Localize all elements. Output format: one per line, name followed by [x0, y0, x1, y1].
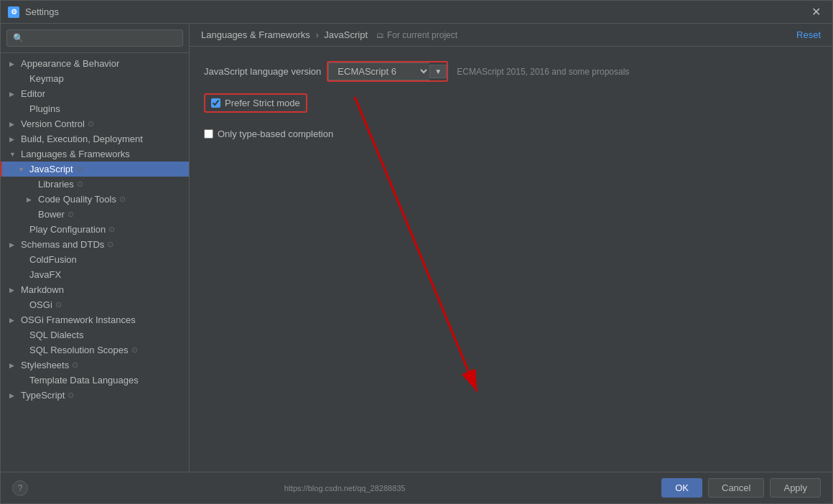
prefer-strict-mode-label: Prefer Strict mode: [225, 98, 300, 108]
sidebar-item-version-control[interactable]: ▶ Version Control ⊙: [1, 116, 189, 131]
arrow-icon: ▶: [9, 241, 18, 248]
sidebar-item-label: SQL Dialects: [29, 330, 83, 340]
only-type-based-label: Only type-based completion: [218, 129, 333, 139]
sidebar-item-code-quality[interactable]: ▶ Code Quality Tools ⊙: [1, 192, 189, 207]
arrow-icon: ▶: [9, 90, 18, 98]
sidebar: ▶ Appearance & Behavior Keymap ▶ Editor …: [1, 24, 190, 472]
gear-icon: ⊙: [119, 195, 126, 204]
sidebar-item-bower[interactable]: Bower ⊙: [1, 207, 189, 222]
sidebar-item-label: Plugins: [29, 103, 60, 114]
sidebar-item-play-configuration[interactable]: Play Configuration ⊙: [1, 222, 189, 237]
window-title: Settings: [25, 6, 807, 17]
main-content: ▶ Appearance & Behavior Keymap ▶ Editor …: [1, 24, 832, 472]
nav-tree: ▶ Appearance & Behavior Keymap ▶ Editor …: [1, 53, 189, 472]
sidebar-item-label: Markdown: [21, 284, 64, 295]
arrow-icon: ▶: [9, 121, 18, 128]
only-type-based-label-wrap[interactable]: Only type-based completion: [204, 129, 818, 139]
sidebar-item-label: OSGi: [29, 299, 52, 310]
panel-header: Languages & Frameworks › JavaScript 🗂 Fo…: [190, 24, 832, 47]
sidebar-item-label: Schemas and DTDs: [21, 239, 104, 250]
prefer-strict-mode-row: Prefer Strict mode: [204, 93, 818, 120]
language-version-row: JavaScript language version ECMAScript 6…: [204, 61, 818, 82]
sidebar-item-osgi[interactable]: OSGi ⊙: [1, 297, 189, 312]
sidebar-item-javascript[interactable]: ▼ JavaScript ⊙: [1, 162, 189, 177]
gear-icon: ⊙: [88, 119, 94, 129]
breadcrumb-separator: ›: [315, 29, 321, 40]
only-type-based-checkbox[interactable]: [204, 129, 213, 139]
apply-button[interactable]: Apply: [770, 478, 821, 498]
search-input[interactable]: [6, 29, 183, 47]
app-icon: ⚙: [8, 6, 19, 18]
sidebar-item-label: Libraries: [38, 179, 74, 190]
sidebar-item-label: JavaScript: [29, 164, 73, 174]
sidebar-item-label: SQL Resolution Scopes: [29, 345, 129, 355]
titlebar: ⚙ Settings ✕: [1, 1, 832, 24]
arrow-icon: ▶: [9, 317, 18, 324]
search-box: [1, 24, 189, 53]
sidebar-item-label: TypeScript: [21, 390, 65, 401]
sidebar-item-label: Play Configuration: [29, 224, 106, 235]
sidebar-item-osgi-framework[interactable]: ▶ OSGi Framework Instances: [1, 312, 189, 327]
breadcrumb-parent: Languages & Frameworks: [201, 29, 310, 40]
arrow-icon: ▼: [9, 151, 18, 158]
gear-icon: ⊙: [108, 225, 115, 234]
gear-icon: ⊙: [68, 391, 74, 400]
sidebar-item-markdown[interactable]: ▶ Markdown: [1, 282, 189, 297]
dropdown-arrow-icon[interactable]: ▼: [429, 65, 447, 78]
sidebar-item-label: Languages & Frameworks: [21, 149, 130, 159]
arrow-icon: ▶: [27, 196, 35, 203]
sidebar-item-label: Stylesheets: [21, 360, 69, 370]
gear-icon: ⊙: [72, 360, 78, 370]
arrow-icon: ▶: [9, 60, 18, 67]
close-button[interactable]: ✕: [807, 4, 825, 20]
gear-icon: ⊙: [76, 164, 83, 174]
sidebar-item-sql-resolution[interactable]: SQL Resolution Scopes ⊙: [1, 342, 189, 358]
sidebar-item-keymap[interactable]: Keymap: [1, 71, 189, 86]
reset-button[interactable]: Reset: [796, 29, 821, 40]
panel-content: JavaScript language version ECMAScript 6…: [190, 47, 832, 472]
arrow-icon: ▶: [9, 392, 18, 399]
help-button[interactable]: ?: [12, 480, 28, 496]
sidebar-item-coldfusion[interactable]: ColdFusion: [1, 252, 189, 267]
sidebar-item-build[interactable]: ▶ Build, Execution, Deployment: [1, 131, 189, 146]
sidebar-item-typescript[interactable]: ▶ TypeScript ⊙: [1, 388, 189, 403]
sidebar-item-javafx[interactable]: JavaFX: [1, 267, 189, 282]
sidebar-item-sql-dialects[interactable]: SQL Dialects: [1, 327, 189, 342]
breadcrumb-current: JavaScript: [324, 29, 368, 40]
sidebar-item-languages[interactable]: ▼ Languages & Frameworks: [1, 146, 189, 162]
arrow-icon: ▶: [9, 136, 18, 143]
annotation-arrow: [233, 90, 592, 449]
url-hint: https://blog.csdn.net/qq_28288835: [284, 484, 406, 493]
svg-line-1: [355, 97, 477, 391]
sidebar-item-label: Bower: [38, 209, 65, 220]
ok-button[interactable]: OK: [661, 478, 702, 498]
prefer-strict-mode-checkbox[interactable]: [211, 98, 220, 108]
for-project-label: 🗂 For current project: [376, 30, 457, 40]
right-panel: Languages & Frameworks › JavaScript 🗂 Fo…: [190, 24, 832, 472]
sidebar-item-libraries[interactable]: Libraries ⊙: [1, 177, 189, 192]
sidebar-item-label: Code Quality Tools: [38, 194, 116, 205]
gear-icon: ⊙: [77, 179, 83, 189]
sidebar-item-stylesheets[interactable]: ▶ Stylesheets ⊙: [1, 358, 189, 373]
language-version-select[interactable]: ECMAScript 6 ECMAScript 5 ECMAScript 201…: [328, 62, 429, 80]
sidebar-item-template-data[interactable]: Template Data Languages: [1, 373, 189, 388]
sidebar-item-label: ColdFusion: [29, 254, 77, 265]
sidebar-item-schemas[interactable]: ▶ Schemas and DTDs ⊙: [1, 237, 189, 252]
for-project-text: For current project: [387, 30, 457, 40]
sidebar-item-editor[interactable]: ▶ Editor: [1, 86, 189, 101]
project-icon: 🗂: [376, 31, 384, 39]
bottom-left: ? https://blog.csdn.net/qq_28288835: [12, 480, 656, 496]
cancel-button[interactable]: Cancel: [708, 478, 764, 498]
arrow-icon: ▼: [18, 166, 27, 173]
language-version-hint: ECMAScript 2015, 2016 and some proposals: [457, 67, 629, 77]
language-version-dropdown-wrap: ECMAScript 6 ECMAScript 5 ECMAScript 201…: [327, 61, 448, 82]
language-version-label: JavaScript language version: [204, 66, 321, 77]
breadcrumb: Languages & Frameworks › JavaScript: [201, 29, 368, 40]
sidebar-item-appearance[interactable]: ▶ Appearance & Behavior: [1, 56, 189, 71]
gear-icon: ⊙: [131, 345, 138, 355]
gear-icon: ⊙: [107, 240, 113, 249]
sidebar-item-plugins[interactable]: Plugins: [1, 101, 189, 116]
sidebar-item-label: JavaFX: [29, 269, 61, 280]
prefer-strict-mode-label-wrap[interactable]: Prefer Strict mode: [204, 93, 307, 113]
arrow-icon: ▶: [9, 362, 18, 369]
